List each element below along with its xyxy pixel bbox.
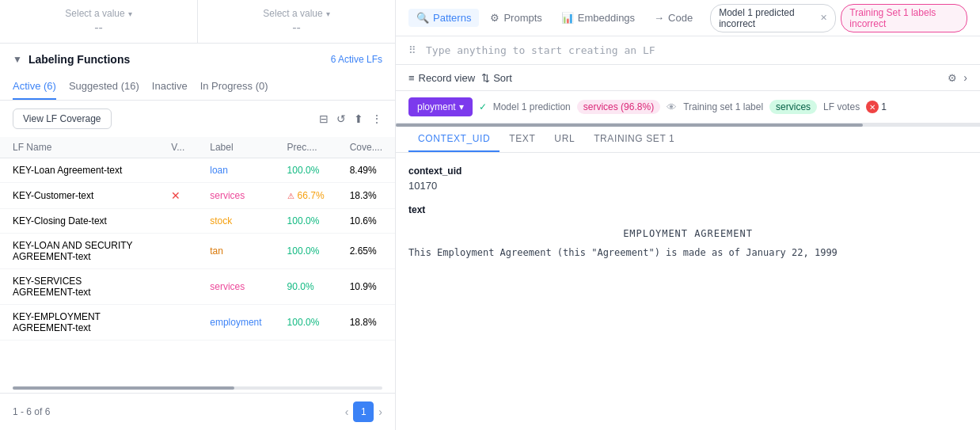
- sort-button[interactable]: ⇅ Sort: [481, 72, 512, 84]
- chevron-down-icon-2: ▾: [326, 10, 330, 18]
- prompt-bar: ⠿ Type anything to start creating an LF: [396, 36, 980, 65]
- tab-suggested[interactable]: Suggested (16): [69, 74, 139, 100]
- scrollbar-thumb: [13, 386, 234, 390]
- vote-x-icon: ✕: [866, 101, 879, 113]
- table-row[interactable]: KEY-SERVICES AGREEMENT-text services 90.…: [0, 269, 395, 305]
- lf-tabs: Active (6) Suggested (16) Inactive In Pr…: [0, 74, 395, 101]
- detail-tab-url[interactable]: URL: [545, 127, 584, 152]
- lf-active-badge: 6 Active LFs: [331, 54, 382, 65]
- lf-cov: 2.65%: [337, 234, 395, 269]
- vote-badge: ✕ 1: [866, 101, 887, 113]
- code-icon: →: [654, 12, 664, 24]
- lf-cov: 18.8%: [337, 305, 395, 341]
- sort-icon: ⇅: [481, 72, 490, 84]
- lf-label: tan: [197, 234, 274, 269]
- lf-name: KEY-SERVICES AGREEMENT-text: [0, 269, 158, 305]
- next-page-button[interactable]: ›: [378, 405, 382, 418]
- employment-dropdown[interactable]: ployment ▾: [408, 97, 473, 116]
- filter-pill-training[interactable]: Training Set 1 labels incorrect: [841, 4, 967, 32]
- training-label: Training set 1 label: [683, 101, 763, 112]
- table-row[interactable]: KEY-Loan Agreement-text loan 100.0% 8.49…: [0, 158, 395, 183]
- lf-toolbar: View LF Coverage ⊟ ↺ ⬆ ⋮: [0, 108, 395, 137]
- tab-embeddings[interactable]: 📊 Embeddings: [553, 9, 643, 27]
- right-top-bar: 🔍 Patterns ⚙ Prompts 📊 Embeddings → Code…: [396, 0, 980, 36]
- right-panel: 🔍 Patterns ⚙ Prompts 📊 Embeddings → Code…: [396, 0, 980, 430]
- export-icon[interactable]: ⬆: [354, 112, 363, 125]
- context-uid-field-label: context_uid: [408, 166, 967, 177]
- selector-1-value: --: [94, 21, 103, 35]
- lf-cov: 10.9%: [337, 269, 395, 305]
- tab-in-progress[interactable]: In Progress (0): [200, 74, 268, 100]
- more-icon[interactable]: ⋮: [371, 112, 382, 125]
- lf-table-container: LF Name V... Label Prec.... Cove.... KEY…: [0, 137, 395, 383]
- record-view-button[interactable]: ≡ Record view: [408, 72, 475, 84]
- tab-patterns[interactable]: 🔍 Patterns: [408, 9, 479, 27]
- error-icon: ✕: [171, 189, 180, 202]
- tab-inactive[interactable]: Inactive: [152, 74, 188, 100]
- text-field-label: text: [408, 204, 967, 215]
- col-cov: Cove....: [337, 137, 395, 158]
- col-v: V...: [158, 137, 197, 158]
- prompts-icon: ⚙: [490, 12, 499, 24]
- selector-1[interactable]: Select a value ▾ --: [0, 0, 198, 43]
- lf-v: [158, 158, 197, 183]
- lf-v: [158, 234, 197, 269]
- horizontal-scrollbar[interactable]: [13, 386, 382, 390]
- page-1-button[interactable]: 1: [353, 401, 374, 422]
- settings-icon[interactable]: ⚙: [948, 72, 957, 84]
- lf-pagination: 1 - 6 of 6 ‹ 1 ›: [0, 393, 395, 430]
- training-services-badge: services: [769, 100, 817, 114]
- table-row[interactable]: KEY-Customer-text ✕ services ⚠ 66.7% 18.…: [0, 183, 395, 209]
- record-view-icon: ≡: [408, 72, 415, 84]
- dropdown-chevron-icon: ▾: [459, 101, 464, 112]
- col-label: Label: [197, 137, 274, 158]
- lf-name: KEY-Loan Agreement-text: [0, 158, 158, 183]
- lf-label: loan: [197, 158, 274, 183]
- record-toolbar: ≡ Record view ⇅ Sort ⚙ ›: [396, 65, 980, 91]
- lf-name: KEY-Closing Date-text: [0, 209, 158, 234]
- filter-pill-model[interactable]: Model 1 predicted incorrect ✕: [710, 4, 836, 32]
- embeddings-icon: 📊: [561, 12, 574, 24]
- table-row[interactable]: KEY-LOAN AND SECURITY AGREEMENT-text tan…: [0, 234, 395, 269]
- view-lf-coverage-button[interactable]: View LF Coverage: [13, 108, 112, 129]
- record-toolbar-right: ⚙ ›: [948, 71, 967, 84]
- selector-2[interactable]: Select a value ▾ --: [198, 0, 395, 43]
- remove-filter-icon[interactable]: ✕: [820, 13, 827, 23]
- selector-2-value: --: [292, 21, 301, 35]
- lf-cov: 18.3%: [337, 183, 395, 209]
- drag-handle-icon: ⠿: [408, 44, 416, 56]
- tab-active[interactable]: Active (6): [13, 74, 56, 100]
- tab-prompts[interactable]: ⚙ Prompts: [482, 9, 549, 27]
- lf-section: ▼ Labeling Functions 6 Active LFs: [0, 44, 395, 74]
- lf-header: ▼ Labeling Functions 6 Active LFs: [13, 53, 382, 66]
- selector-1-label: Select a value ▾: [65, 8, 131, 19]
- col-lf-name: LF Name: [0, 137, 158, 158]
- detail-tab-training-set[interactable]: TRAINING SET 1: [584, 127, 684, 152]
- check-icon: ✓: [479, 101, 487, 112]
- refresh-icon[interactable]: ↺: [336, 112, 346, 125]
- lf-prec: 100.0%: [275, 234, 337, 269]
- detail-tab-text[interactable]: TEXT: [499, 127, 545, 152]
- lf-prec: 100.0%: [275, 305, 337, 341]
- table-row[interactable]: KEY-EMPLOYMENT AGREEMENT-text employment…: [0, 305, 395, 341]
- eye-icon[interactable]: 👁: [667, 101, 677, 113]
- lf-table: LF Name V... Label Prec.... Cove.... KEY…: [0, 137, 395, 341]
- prev-page-button[interactable]: ‹: [345, 405, 349, 418]
- pagination-controls: ‹ 1 ›: [345, 401, 382, 422]
- col-prec: Prec....: [275, 137, 337, 158]
- patterns-icon: 🔍: [416, 12, 429, 24]
- lf-name: KEY-EMPLOYMENT AGREEMENT-text: [0, 305, 158, 341]
- lf-prec: 90.0%: [275, 269, 337, 305]
- detail-tabs: CONTEXT_UID TEXT URL TRAINING SET 1: [396, 127, 980, 153]
- chevron-down-icon: ▾: [128, 10, 132, 18]
- filter-icon[interactable]: ⊟: [319, 112, 329, 125]
- model-prediction-label: Model 1 prediction: [493, 101, 571, 112]
- filter-pills: Model 1 predicted incorrect ✕ Training S…: [710, 4, 967, 32]
- detail-tab-context-uid[interactable]: CONTEXT_UID: [408, 127, 499, 152]
- lf-cov: 8.49%: [337, 158, 395, 183]
- collapse-right-icon[interactable]: ›: [963, 71, 967, 84]
- collapse-button[interactable]: ▼: [13, 54, 22, 65]
- lf-label: services: [197, 269, 274, 305]
- tab-code[interactable]: → Code: [646, 9, 701, 27]
- table-row[interactable]: KEY-Closing Date-text stock 100.0% 10.6%: [0, 209, 395, 234]
